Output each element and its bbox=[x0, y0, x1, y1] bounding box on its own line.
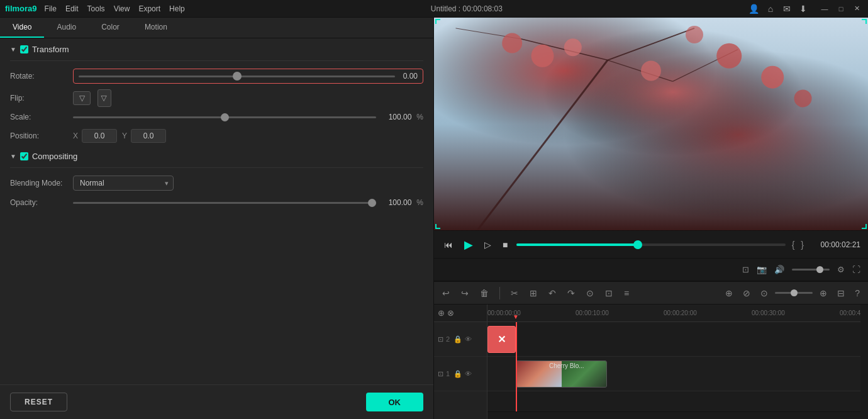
position-row: Position: X Y bbox=[10, 129, 423, 143]
track2-lock-icon[interactable]: 🔒 bbox=[453, 335, 462, 344]
opacity-label: Opacity: bbox=[10, 198, 73, 207]
tl-setting1[interactable]: ⊕ bbox=[722, 286, 736, 300]
svg-point-10 bbox=[531, 45, 554, 67]
timeline-track-headers: ⊕ ⊗ ⊡ 2 🔒 👁 ⊡ 1 🔒 👁 bbox=[434, 304, 487, 419]
tl-zoom-slider[interactable] bbox=[775, 292, 813, 294]
progress-bar[interactable] bbox=[516, 243, 785, 246]
track2-visibility-icon[interactable]: 👁 bbox=[465, 335, 472, 343]
bracket-left[interactable]: { bbox=[792, 240, 795, 250]
position-control: X Y bbox=[73, 129, 423, 143]
play-forward-button[interactable]: ▷ bbox=[482, 237, 494, 252]
rotate-box: 0.00 bbox=[73, 69, 423, 84]
mail-icon[interactable]: ✉ bbox=[781, 4, 793, 14]
blending-mode-control: Normal Dissolve Multiply Screen Overlay bbox=[73, 176, 423, 191]
tl-zoom-in[interactable]: ⊕ bbox=[816, 286, 830, 300]
zoom-button[interactable]: ⊙ bbox=[583, 286, 597, 300]
position-x-input[interactable] bbox=[82, 129, 117, 143]
menu-view[interactable]: View bbox=[114, 4, 130, 13]
menu-export[interactable]: Export bbox=[138, 4, 160, 13]
scale-slider[interactable] bbox=[73, 116, 376, 118]
window-title: Untitled : 00:00:08:03 bbox=[431, 4, 503, 13]
position-y-group: Y bbox=[122, 129, 166, 143]
bracket-right[interactable]: } bbox=[801, 240, 804, 250]
opacity-slider[interactable] bbox=[73, 202, 376, 204]
menu-edit[interactable]: Edit bbox=[65, 4, 79, 13]
tab-motion[interactable]: Motion bbox=[132, 18, 180, 38]
tab-audio[interactable]: Audio bbox=[44, 18, 89, 38]
panel-buttons: RESET OK bbox=[0, 384, 433, 419]
opacity-row: Opacity: 100.00 % bbox=[10, 198, 423, 207]
timeline-content: ⊕ ⊗ ⊡ 2 🔒 👁 ⊡ 1 🔒 👁 bbox=[434, 304, 868, 419]
position-y-input[interactable] bbox=[131, 129, 166, 143]
opacity-unit: % bbox=[416, 198, 423, 207]
svg-point-13 bbox=[686, 26, 703, 43]
scale-control: 100.00 % bbox=[73, 113, 423, 121]
color-tl-button[interactable]: ⊡ bbox=[602, 286, 616, 300]
tl-setting2[interactable]: ⊘ bbox=[740, 286, 754, 300]
cut-button[interactable]: ✂ bbox=[508, 286, 521, 300]
track-1-row: Cherry Blo... bbox=[487, 357, 860, 391]
tab-color[interactable]: Color bbox=[89, 18, 132, 38]
rotate-label: Rotate: bbox=[10, 72, 73, 81]
video-clip[interactable]: Cherry Blo... bbox=[516, 360, 607, 388]
main-layout: Video Audio Color Motion ▼ Transform Rot… bbox=[0, 18, 868, 419]
user-icon[interactable]: 👤 bbox=[748, 4, 760, 14]
flip-horizontal-button[interactable]: ▽ bbox=[73, 91, 91, 105]
home-icon[interactable]: ⌂ bbox=[765, 4, 776, 14]
clip-red-marker[interactable]: ✕ bbox=[487, 326, 516, 353]
transform-checkbox[interactable] bbox=[20, 45, 28, 53]
track1-lock-icon[interactable]: 🔒 bbox=[453, 370, 462, 378]
fullscreen-icon[interactable]: ⛶ bbox=[852, 265, 860, 274]
blending-mode-select[interactable]: Normal Dissolve Multiply Screen Overlay bbox=[73, 176, 174, 191]
rotate-slider[interactable] bbox=[79, 75, 395, 77]
settings-icon[interactable]: ⚙ bbox=[837, 265, 845, 274]
link-icon[interactable]: ⊗ bbox=[447, 308, 454, 318]
tab-video[interactable]: Video bbox=[0, 18, 44, 38]
maximize-button[interactable]: □ bbox=[835, 5, 847, 13]
timeline-scrollbar[interactable] bbox=[487, 411, 860, 419]
timeline-main: 00:00:00:00 00:00:10:00 00:00:20:00 00:0… bbox=[487, 304, 860, 419]
close-button[interactable]: ✕ bbox=[852, 4, 863, 13]
ok-button[interactable]: OK bbox=[366, 393, 424, 411]
compositing-checkbox[interactable] bbox=[20, 152, 28, 160]
ruler-mark-40: 00:00:40:00 bbox=[840, 310, 860, 316]
minimize-button[interactable]: — bbox=[819, 5, 830, 13]
tl-help-icon[interactable]: ? bbox=[852, 286, 863, 300]
monitor-icon[interactable]: ⊡ bbox=[742, 265, 749, 274]
volume-slider[interactable] bbox=[792, 269, 830, 271]
crop-button[interactable]: ⊞ bbox=[526, 286, 540, 300]
delete-button[interactable]: 🗑 bbox=[477, 286, 492, 300]
timeline: ↩ ↪ 🗑 ✂ ⊞ ↶ ↷ ⊙ ⊡ ≡ ⊕ ⊘ ⊙ ⊕ ⊟ ? bbox=[434, 281, 868, 419]
tl-list-icon[interactable]: ⊟ bbox=[834, 286, 848, 300]
compositing-collapse-arrow[interactable]: ▼ bbox=[10, 153, 16, 160]
flip-tl-button[interactable]: ↷ bbox=[564, 286, 578, 300]
titlebar-controls: 👤 ⌂ ✉ ⬇ — □ ✕ bbox=[748, 4, 863, 14]
download-icon[interactable]: ⬇ bbox=[798, 4, 809, 14]
track1-visibility-icon[interactable]: 👁 bbox=[465, 370, 472, 377]
property-tabs: Video Audio Color Motion bbox=[0, 18, 433, 38]
rotate-tl-button[interactable]: ↶ bbox=[545, 286, 559, 300]
volume-icon[interactable]: 🔊 bbox=[774, 265, 784, 274]
menu-help[interactable]: Help bbox=[169, 4, 185, 13]
titlebar-left: filmora9 File Edit Tools View Export Hel… bbox=[5, 4, 185, 13]
flip-vertical-button[interactable]: ▷ bbox=[97, 89, 111, 107]
filter-button[interactable]: ≡ bbox=[621, 286, 632, 300]
video-preview bbox=[434, 18, 868, 230]
tl-setting3[interactable]: ⊙ bbox=[757, 286, 771, 300]
preview-overlay bbox=[434, 18, 868, 230]
undo-button[interactable]: ↩ bbox=[439, 286, 453, 300]
add-track-icon[interactable]: ⊕ bbox=[438, 308, 445, 318]
transform-collapse-arrow[interactable]: ▼ bbox=[10, 46, 16, 53]
track2-video-icon: ⊡ bbox=[438, 335, 443, 344]
menu-file[interactable]: File bbox=[45, 4, 57, 13]
reset-button[interactable]: RESET bbox=[10, 393, 67, 411]
snapshot-icon[interactable]: 📷 bbox=[757, 265, 767, 274]
redo-button[interactable]: ↪ bbox=[458, 286, 472, 300]
stop-button[interactable]: ■ bbox=[500, 237, 510, 252]
svg-point-14 bbox=[716, 43, 742, 69]
track-2-header: ⊡ 2 🔒 👁 bbox=[434, 322, 487, 357]
skip-back-button[interactable]: ⏮ bbox=[442, 237, 455, 252]
scale-unit: % bbox=[416, 113, 423, 121]
play-button[interactable]: ▶ bbox=[462, 235, 476, 254]
menu-tools[interactable]: Tools bbox=[87, 4, 105, 13]
